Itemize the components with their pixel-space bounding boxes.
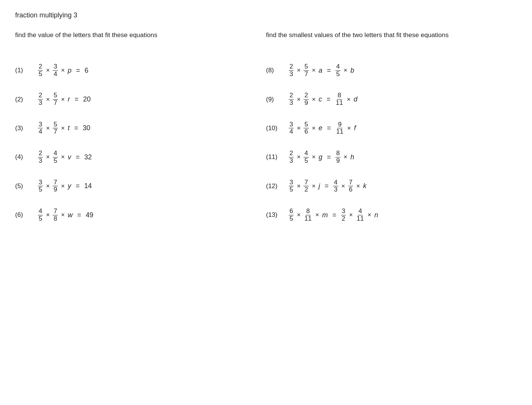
fraction: 76 <box>348 179 353 193</box>
equation: 35 × 72 × j = 43 × 76 × k <box>289 179 366 193</box>
problem-number: (1) <box>15 67 38 74</box>
right-problem: (10) 34 × 56 × e = 911 × f <box>266 121 509 136</box>
left-problem: (3) 34 × 57 × t = 30 <box>15 121 258 136</box>
fraction: 23 <box>38 150 43 164</box>
fraction: 78 <box>53 208 58 222</box>
variable2: f <box>354 124 356 132</box>
fraction: 34 <box>53 63 58 78</box>
equals-sign: = <box>77 211 81 219</box>
problem-number: (6) <box>15 211 38 219</box>
equals-sign: = <box>76 182 80 190</box>
right-problem: (13) 65 × 811 × m = 32 × 411 × n <box>266 208 509 222</box>
fraction: 89 <box>335 150 340 164</box>
right-column: find the smallest values of the two lett… <box>266 31 517 237</box>
problem-number: (2) <box>15 96 38 103</box>
fraction: 32 <box>341 208 346 222</box>
fraction: 79 <box>53 179 58 193</box>
variable2: b <box>350 67 354 75</box>
variable2: n <box>374 211 378 219</box>
fraction: 57 <box>304 63 308 78</box>
rhs-value: 32 <box>84 153 92 161</box>
variable: t <box>68 124 70 132</box>
variable: y <box>68 182 71 190</box>
fraction: 35 <box>289 179 294 193</box>
left-problem: (6) 45 × 78 × w = 49 <box>15 208 258 222</box>
equals-sign: = <box>76 153 80 161</box>
variable: v <box>68 153 71 161</box>
times-sign: × <box>297 211 300 219</box>
fraction: 29 <box>304 92 308 106</box>
variable1: a <box>319 67 322 75</box>
times-sign: × <box>297 182 300 190</box>
variable: p <box>68 67 72 75</box>
times-sign: × <box>297 153 300 161</box>
fraction: 43 <box>333 179 338 193</box>
variable: r <box>68 95 70 103</box>
times-sign: × <box>312 125 316 132</box>
equals-sign: = <box>327 124 331 132</box>
times-sign: × <box>297 96 300 103</box>
problem-number: (3) <box>15 125 38 132</box>
problem-number: (10) <box>266 125 289 132</box>
left-problem: (4) 23 × 45 × v = 32 <box>15 150 258 164</box>
equation: 23 × 57 × r = 20 <box>38 92 91 106</box>
times-sign: × <box>349 211 353 219</box>
equation: 35 × 79 × y = 14 <box>38 179 92 193</box>
right-header: find the smallest values of the two lett… <box>266 31 509 52</box>
fraction: 72 <box>304 179 308 193</box>
right-problem: (12) 35 × 72 × j = 43 × 76 × k <box>266 179 509 193</box>
page-title: fraction multiplying 3 <box>15 11 517 19</box>
times-sign: × <box>61 67 65 74</box>
times-sign: × <box>341 182 345 190</box>
variable2: k <box>363 182 366 190</box>
fraction: 23 <box>289 63 294 78</box>
times-sign: × <box>61 96 65 103</box>
equals-sign: = <box>332 211 336 219</box>
left-problem: (1) 25 × 34 × p = 6 <box>15 63 258 78</box>
times-sign: × <box>46 153 50 161</box>
equals-sign: = <box>75 95 79 103</box>
fraction: 56 <box>304 121 308 136</box>
times-sign: × <box>347 125 351 132</box>
times-sign: × <box>61 211 65 219</box>
equals-sign: = <box>76 67 80 75</box>
fraction: 65 <box>289 208 294 222</box>
equation: 23 × 45 × g = 89 × h <box>289 150 354 164</box>
times-sign: × <box>46 211 50 219</box>
times-sign: × <box>344 67 347 74</box>
variable1: m <box>322 211 328 219</box>
equals-sign: = <box>327 67 331 75</box>
rhs-value: 49 <box>86 211 93 219</box>
right-problem: (11) 23 × 45 × g = 89 × h <box>266 150 509 164</box>
fraction: 23 <box>289 92 294 106</box>
times-sign: × <box>356 182 360 190</box>
equation: 45 × 78 × w = 49 <box>38 208 93 222</box>
fraction: 23 <box>38 92 43 106</box>
fraction: 811 <box>304 208 312 222</box>
variable1: e <box>319 124 322 132</box>
times-sign: × <box>46 182 50 190</box>
variable2: h <box>350 153 354 161</box>
equals-sign: = <box>327 95 331 103</box>
fraction: 911 <box>335 121 344 136</box>
rhs-value: 20 <box>83 95 91 103</box>
problem-number: (4) <box>15 153 38 161</box>
fraction: 57 <box>53 121 58 136</box>
right-problems: (8) 23 × 57 × a = 45 × b (9) 23 × 29 × c… <box>266 63 509 222</box>
times-sign: × <box>61 153 65 161</box>
variable: w <box>68 211 73 219</box>
fraction: 811 <box>335 92 344 106</box>
equation: 23 × 57 × a = 45 × b <box>289 63 354 78</box>
equals-sign: = <box>327 153 331 161</box>
right-problem: (8) 23 × 57 × a = 45 × b <box>266 63 509 78</box>
problem-number: (5) <box>15 182 38 190</box>
fraction: 23 <box>289 150 294 164</box>
times-sign: × <box>297 125 300 132</box>
problem-number: (13) <box>266 211 289 219</box>
variable1: g <box>319 153 322 161</box>
fraction: 411 <box>356 208 365 222</box>
fraction: 35 <box>38 179 43 193</box>
problem-number: (9) <box>266 96 289 103</box>
fraction: 25 <box>38 63 43 78</box>
variable1: c <box>319 95 322 103</box>
